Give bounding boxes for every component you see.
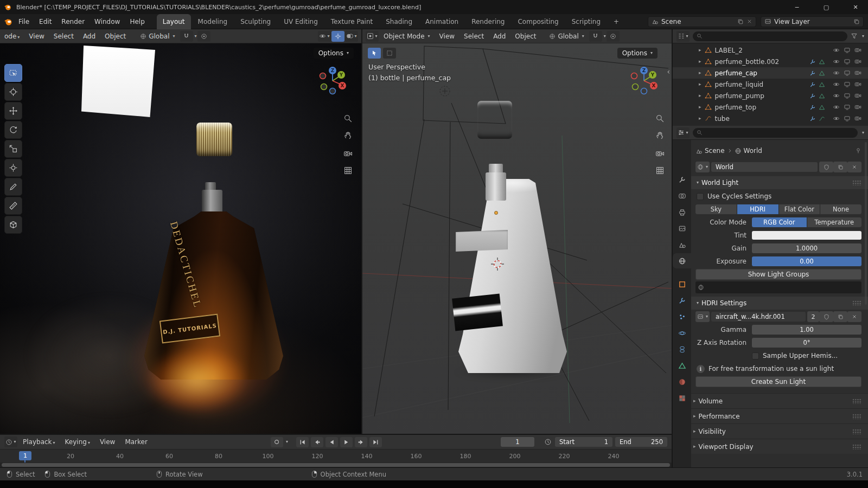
sprayer-pump-object[interactable] bbox=[486, 172, 506, 201]
region-collapse-icon[interactable]: ‹ bbox=[667, 67, 670, 76]
pin-icon[interactable] bbox=[855, 147, 861, 154]
eye-icon[interactable] bbox=[833, 69, 840, 76]
close-icon[interactable] bbox=[746, 18, 752, 24]
timeline-scroll-thumb[interactable] bbox=[2, 463, 670, 467]
monitor-icon[interactable] bbox=[844, 58, 851, 65]
view-layer-selector[interactable]: View Layer bbox=[761, 16, 864, 27]
panel-viewport-display[interactable]: ▸Viewport Display bbox=[691, 439, 868, 454]
menu-object[interactable]: Object bbox=[100, 31, 130, 42]
clock-icon[interactable] bbox=[544, 438, 552, 446]
eye-icon[interactable] bbox=[833, 104, 840, 111]
panel-performance[interactable]: ▸Performance bbox=[691, 408, 868, 423]
navigation-gizmo[interactable]: Z Y X bbox=[317, 65, 348, 97]
modifier-wrench-icon[interactable] bbox=[809, 104, 816, 111]
playhead-current-frame[interactable]: 1 bbox=[19, 451, 31, 460]
tool-scale[interactable] bbox=[4, 140, 22, 158]
create-sun-light-button[interactable]: Create Sun Light bbox=[695, 376, 861, 387]
next-keyframe-button[interactable] bbox=[355, 437, 367, 447]
copy-icon[interactable] bbox=[853, 18, 860, 25]
mesh-data-icon[interactable] bbox=[819, 81, 825, 88]
play-button[interactable] bbox=[340, 437, 353, 447]
outliner-row-liquid[interactable]: ▸perfume_liquid bbox=[673, 79, 868, 90]
workspace-tab-shading[interactable]: Shading bbox=[380, 14, 418, 29]
panel-world-light[interactable]: ▾World Light bbox=[691, 176, 868, 189]
frame-end-field[interactable]: End250 bbox=[615, 437, 667, 447]
interaction-mode-dropdown[interactable]: Object Mode▾ bbox=[379, 31, 435, 42]
modifier-wrench-icon[interactable] bbox=[809, 93, 816, 99]
panel-grip-handle[interactable] bbox=[852, 399, 861, 404]
workspace-tab-rendering[interactable]: Rendering bbox=[465, 14, 510, 29]
proportional-editing-icon[interactable] bbox=[607, 31, 620, 42]
eye-icon[interactable] bbox=[833, 115, 840, 122]
sample-upper-checkbox[interactable] bbox=[752, 352, 759, 359]
pan-hand-icon[interactable] bbox=[341, 129, 354, 142]
tab-texture[interactable] bbox=[673, 390, 691, 406]
menu-playback[interactable]: Playback▾ bbox=[18, 436, 60, 447]
options-dropdown[interactable]: Options▾ bbox=[617, 48, 658, 59]
tab-render[interactable] bbox=[673, 188, 691, 203]
visibility-dropdown[interactable]: ▾ bbox=[318, 31, 331, 42]
mode-none[interactable]: None bbox=[820, 204, 861, 214]
perfume-cap-render[interactable] bbox=[196, 123, 232, 156]
monitor-icon[interactable] bbox=[844, 81, 851, 88]
caret-down-icon[interactable]: ▾ bbox=[195, 34, 197, 38]
bottle-recessed-panel[interactable] bbox=[456, 230, 508, 252]
snap-magnet-icon[interactable] bbox=[589, 31, 602, 42]
menu-help[interactable]: Help bbox=[125, 16, 149, 27]
panel-grip-handle[interactable] bbox=[852, 414, 861, 419]
outliner-search-input[interactable] bbox=[693, 31, 847, 41]
breadcrumb-scene[interactable]: Scene bbox=[705, 147, 725, 155]
timeline-scrollbar[interactable] bbox=[0, 463, 672, 467]
camera-view-icon[interactable] bbox=[341, 147, 354, 160]
monitor-icon[interactable] bbox=[844, 69, 851, 76]
show-light-groups-button[interactable]: Show Light Groups bbox=[695, 269, 861, 280]
tab-output[interactable] bbox=[673, 204, 691, 220]
eye-icon[interactable] bbox=[833, 92, 840, 99]
perfume-cap-object[interactable] bbox=[477, 101, 512, 139]
color-mode-temperature[interactable]: Temperature bbox=[807, 217, 862, 227]
menu-select[interactable]: Select bbox=[49, 31, 78, 42]
jump-to-end-button[interactable] bbox=[369, 437, 382, 447]
tab-modifiers[interactable] bbox=[673, 293, 691, 308]
filter-icon[interactable] bbox=[851, 33, 858, 40]
camera-icon[interactable] bbox=[854, 115, 861, 122]
active-tool-select-icon[interactable] bbox=[368, 48, 381, 59]
caret-down-icon[interactable]: ▾ bbox=[862, 34, 864, 38]
browse-world-icon[interactable]: ▾ bbox=[695, 162, 710, 172]
use-cycles-checkbox[interactable] bbox=[697, 193, 704, 200]
menu-window[interactable]: Window bbox=[90, 16, 124, 27]
modifier-wrench-icon[interactable] bbox=[809, 115, 816, 122]
tab-physics[interactable] bbox=[673, 325, 691, 341]
fake-user-shield-icon[interactable] bbox=[819, 311, 833, 322]
transform-orientation-dropdown[interactable]: Global▾ bbox=[136, 31, 179, 42]
menu-view[interactable]: View bbox=[435, 31, 459, 42]
eye-icon[interactable] bbox=[833, 58, 840, 65]
tint-color-swatch[interactable] bbox=[752, 231, 861, 240]
tab-tool[interactable] bbox=[673, 172, 691, 187]
solid-viewport-canvas[interactable]: User Perspective (1) bottle | perfume_ca… bbox=[362, 43, 672, 434]
menu-view[interactable]: View bbox=[95, 436, 119, 447]
camera-icon[interactable] bbox=[854, 69, 861, 76]
mode-sky[interactable]: Sky bbox=[695, 204, 737, 214]
object-origin-dot[interactable] bbox=[494, 211, 498, 215]
panel-grip-handle[interactable] bbox=[852, 300, 861, 306]
menu-add[interactable]: Add bbox=[489, 31, 510, 42]
workspace-tab-compositing[interactable]: Compositing bbox=[512, 14, 564, 29]
monitor-icon[interactable] bbox=[844, 104, 851, 111]
transform-orientation-dropdown[interactable]: Global▾ bbox=[545, 31, 588, 42]
panel-hdri-settings[interactable]: ▾HDRI Settings bbox=[691, 297, 868, 310]
menu-edit[interactable]: Edit bbox=[35, 16, 56, 27]
camera-view-icon[interactable] bbox=[653, 147, 666, 160]
minimize-button[interactable]: ─ bbox=[784, 0, 809, 14]
outliner-row-pump[interactable]: ▸perfume_pump bbox=[673, 90, 868, 101]
editor-type-icon[interactable]: ▾ bbox=[366, 31, 379, 42]
area-light-plane[interactable] bbox=[81, 46, 155, 117]
tab-scene[interactable] bbox=[673, 237, 691, 252]
gizmo-toggle-icon[interactable] bbox=[331, 31, 344, 42]
navigation-gizmo[interactable]: Z Y X bbox=[628, 65, 660, 97]
proportional-editing-icon[interactable] bbox=[197, 31, 210, 42]
workspace-tab-scripting[interactable]: Scripting bbox=[566, 14, 607, 29]
unlink-x-icon[interactable] bbox=[847, 162, 861, 172]
panel-grip-handle[interactable] bbox=[852, 444, 861, 450]
caret-down-icon[interactable]: ▾ bbox=[604, 34, 606, 38]
